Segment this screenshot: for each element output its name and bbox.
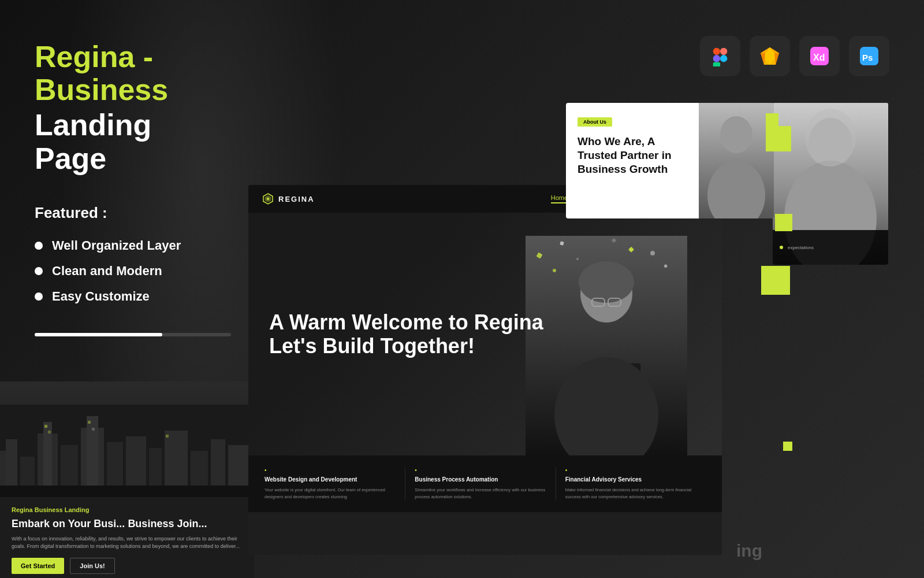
service-item-2: • Business Process Automation Streamline… [405,467,556,501]
svg-point-38 [553,269,556,272]
info-dot [780,246,783,249]
about-tag: About Us [578,117,612,127]
sketch-icon-box [750,36,790,76]
svg-text:Xd: Xd [813,53,825,62]
service-1-bullet: • [264,467,396,473]
accent-square-5 [783,442,792,451]
ps-icon-box: Ps [849,36,889,76]
svg-rect-1 [713,55,720,62]
service-item-1: • Website Design and Development Your we… [264,467,405,501]
service-1-title: Website Design and Development [264,476,396,483]
title-line1: Regina - Business [35,40,214,106]
preview-hero-content: A Warm Welcome to Regina Let's Build Tog… [269,310,701,358]
feature-item-3-text: Easy Customize [52,289,150,304]
main-preview: REGINA Home About Services Blog Contact [248,185,722,555]
svg-point-21 [805,109,856,166]
sketch-icon [759,45,781,67]
service-3-title: Financial Advisory Services [565,476,696,483]
xd-icon: Xd [808,45,830,67]
hero-heading: A Warm Welcome to Regina Let's Build Tog… [269,310,558,358]
preview-hero: A Warm Welcome to Regina Let's Build Tog… [248,213,722,455]
bottom-strip-text: ing [736,541,762,561]
title-line2: Landing Page [35,109,214,175]
svg-rect-2 [720,48,727,55]
svg-point-40 [576,258,579,260]
service-1-desc: Your website is your digital storefront.… [264,487,396,501]
preview-services: • Website Design and Development Your we… [248,455,722,512]
about-heading: Who We Are, A Trusted Partner in Busines… [578,135,687,176]
xd-icon-box: Xd [799,36,840,76]
figma-icon [710,46,731,66]
svg-point-39 [650,251,655,255]
svg-rect-0 [713,48,720,55]
feature-item-1: Well Organized Layer [35,238,214,253]
feature-item-2: Clean and Modern [35,264,214,279]
tool-icons-container: Xd Ps [700,36,889,76]
service-2-title: Business Process Automation [415,476,546,483]
nav-home[interactable]: Home [551,194,568,203]
about-card-content: About Us Who We Are, A Trusted Partner i… [566,103,699,218]
about-card-image [699,103,774,218]
service-item-3: • Financial Advisory Services Make infor… [556,467,706,501]
accent-square-2 [766,126,791,151]
person-info-strip: expectations [773,230,888,265]
progress-bar-area [35,333,231,336]
left-panel: Regina - Business Landing Page Featured … [0,0,248,578]
feature-item-1-text: Well Organized Layer [52,238,181,253]
svg-point-16 [720,116,752,153]
service-2-bullet: • [415,467,546,473]
feature-list: Well Organized Layer Clean and Modern Ea… [35,238,214,304]
progress-bar-fill [35,333,162,336]
progress-bar-bg [35,333,231,336]
svg-point-24 [267,198,269,200]
feature-item-3: Easy Customize [35,289,214,304]
figma-icon-box [700,36,740,76]
svg-rect-4 [713,62,720,66]
accent-square-4 [761,266,790,295]
preview-logo: REGINA [262,193,315,205]
ps-icon: Ps [858,45,880,67]
info-text: expectations [788,245,814,250]
feature-item-2-text: Clean and Modern [52,264,162,279]
accent-square-3 [775,214,792,231]
featured-label: Featured : [35,204,214,222]
svg-rect-3 [720,55,727,62]
accent-square-1 [766,113,778,126]
regina-logo-icon [262,193,274,205]
svg-text:Ps: Ps [862,53,873,62]
service-3-desc: Make informed financial decisions and ac… [565,487,696,501]
about-card: About Us Who We Are, A Trusted Partner i… [566,103,774,218]
svg-point-30 [579,261,634,303]
preview-logo-text: REGINA [278,195,315,203]
service-3-bullet: • [565,467,696,473]
about-person-silhouette [699,103,774,218]
service-2-desc: Streamline your workflows and increase e… [415,487,546,501]
